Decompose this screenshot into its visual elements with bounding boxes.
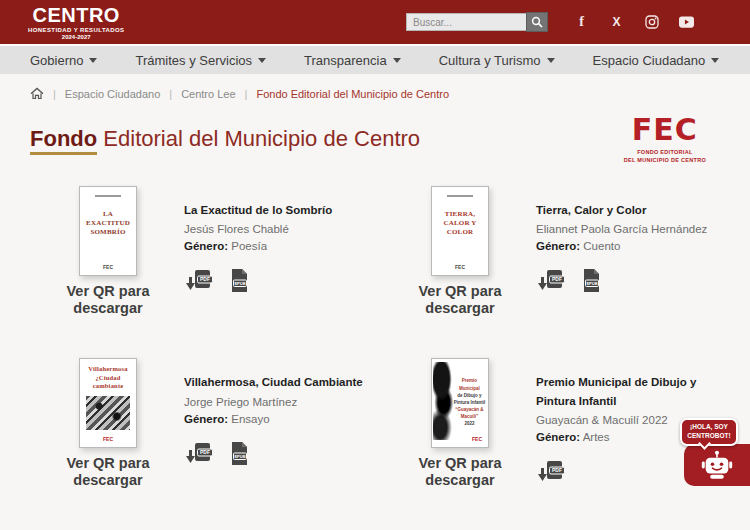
epub-download-icon[interactable]: EPUB — [228, 441, 250, 467]
nav-item-gobierno[interactable]: Gobierno — [30, 53, 97, 68]
chatbot-widget[interactable]: ¡HOLA, SOY CENTROBOT! — [678, 418, 750, 486]
book-author: Jesús Flores Chablé — [184, 223, 332, 235]
cover-fec-mark: FEC — [80, 436, 136, 442]
robot-icon — [700, 450, 734, 480]
nav-item-transparencia[interactable]: Transparencia — [304, 53, 401, 68]
fec-caption-line1: FONDO EDITORIAL — [624, 148, 706, 156]
breadcrumb-current: Fondo Editorial del Municipio de Centro — [256, 88, 449, 100]
pdf-download-icon[interactable]: PDF — [536, 268, 566, 294]
genre-value: Ensayo — [231, 413, 269, 425]
qr-download-link[interactable]: Ver QR para descargar — [414, 283, 506, 316]
page-title-rest: Editorial del Municipio de Centro — [103, 126, 420, 151]
book-author: Eliannet Paola García Hernández — [536, 223, 707, 235]
svg-text:EPUB: EPUB — [586, 281, 597, 286]
breadcrumb-centro-lee[interactable]: Centro Lee — [181, 88, 235, 100]
qr-download-link[interactable]: Ver QR para descargar — [62, 455, 154, 488]
books-grid: LA EXACTITUD SOMBRÍO FEC Ver QR para des… — [0, 186, 750, 489]
nav-item-espacio-ciudadano[interactable]: Espacio Ciudadano — [593, 53, 720, 68]
book-cover[interactable]: Premio Municipal de Dibujo y Pintura Inf… — [431, 358, 489, 448]
svg-text:PDF: PDF — [200, 277, 210, 283]
genre-value: Poesía — [231, 240, 267, 252]
search-icon — [531, 16, 543, 28]
cover-fec-mark: FEC — [80, 264, 136, 270]
genre-label: Género: — [536, 240, 580, 252]
breadcrumb: | Espacio Ciudadano | Centro Lee | Fondo… — [0, 74, 750, 100]
chevron-down-icon — [547, 58, 555, 63]
pdf-download-icon[interactable]: PDF — [184, 268, 214, 294]
book-card-tierra-calor: TIERRA, CALOR Y COLOR FEC Ver QR para de… — [414, 186, 750, 316]
book-card-la-exactitud: LA EXACTITUD SOMBRÍO FEC Ver QR para des… — [62, 186, 414, 316]
fec-caption-line2: DEL MUNICIPIO DE CENTRO — [624, 156, 706, 164]
book-title: Tierra, Calor y Color — [536, 201, 707, 219]
instagram-icon[interactable] — [644, 15, 659, 30]
page-title: Fondo Editorial del Municipio de Centro — [30, 126, 420, 152]
nav-item-cultura[interactable]: Cultura y Turismo — [439, 53, 555, 68]
genre-label: Género: — [184, 240, 228, 252]
fec-logo: FEC FONDO EDITORIAL DEL MUNICIPIO DE CEN… — [624, 116, 706, 164]
epub-download-icon[interactable]: EPUB — [228, 268, 250, 294]
facebook-icon[interactable]: f — [574, 15, 589, 30]
x-twitter-icon[interactable]: X — [609, 15, 624, 30]
search-input[interactable] — [406, 13, 526, 31]
svg-text:PDF: PDF — [552, 277, 562, 283]
epub-download-icon[interactable]: EPUB — [580, 268, 602, 294]
logo-subtitle: HONESTIDAD Y RESULTADOS — [28, 27, 124, 33]
cover-author-microtext — [447, 195, 473, 197]
main-navigation: Gobierno Trámites y Servicios Transparen… — [0, 44, 750, 74]
pdf-download-icon[interactable]: PDF — [536, 459, 566, 485]
page-title-highlight: Fondo — [30, 126, 97, 155]
cover-photo-collage — [86, 396, 130, 430]
chatbot-bubble: ¡HOLA, SOY CENTROBOT! — [680, 418, 738, 446]
chevron-down-icon — [393, 58, 401, 63]
book-cover[interactable]: TIERRA, CALOR Y COLOR FEC — [431, 186, 489, 276]
title-row: Fondo Editorial del Municipio de Centro … — [0, 100, 750, 164]
book-card-villahermosa: Villahermosa ¿Ciudad cambiante FEC Ver Q… — [62, 358, 414, 488]
genre-value: Artes — [583, 431, 610, 443]
chevron-down-icon — [711, 58, 719, 63]
search-button[interactable] — [526, 12, 548, 32]
svg-text:PDF: PDF — [200, 449, 210, 455]
qr-download-link[interactable]: Ver QR para descargar — [62, 283, 154, 316]
home-icon[interactable] — [30, 87, 44, 100]
book-title: Premio Municipal de Dibujo y Pintura Inf… — [536, 373, 728, 410]
cover-author-microtext — [95, 195, 121, 197]
book-author: Jorge Priego Martínez — [184, 396, 363, 408]
book-title: La Exactitud de lo Sombrío — [184, 201, 332, 219]
youtube-icon[interactable] — [679, 15, 694, 30]
pdf-download-icon[interactable]: PDF — [184, 441, 214, 467]
social-links: f X — [574, 15, 694, 30]
genre-value: Cuento — [583, 240, 620, 252]
chevron-down-icon — [89, 58, 97, 63]
logo-years: 2024-2027 — [28, 34, 124, 40]
nav-item-tramites[interactable]: Trámites y Servicios — [135, 53, 266, 68]
chatbot-button[interactable] — [684, 444, 750, 486]
fec-acronym: FEC — [624, 116, 706, 145]
chevron-down-icon — [258, 58, 266, 63]
book-cover[interactable]: LA EXACTITUD SOMBRÍO FEC — [79, 186, 137, 276]
cover-fec-mark: FEC — [432, 264, 488, 270]
svg-text:PDF: PDF — [552, 467, 562, 473]
svg-text:EPUB: EPUB — [234, 454, 245, 459]
svg-text:EPUB: EPUB — [234, 281, 245, 286]
book-cover[interactable]: Villahermosa ¿Ciudad cambiante FEC — [79, 358, 137, 448]
search-area — [406, 12, 548, 32]
book-title: Villahermosa, Ciudad Cambiante — [184, 373, 363, 391]
cover-fec-mark: FEC — [472, 436, 482, 442]
genre-label: Género: — [536, 431, 580, 443]
qr-download-link[interactable]: Ver QR para descargar — [414, 455, 506, 488]
top-header-bar: CENTRO HONESTIDAD Y RESULTADOS 2024-2027… — [0, 0, 750, 44]
breadcrumb-espacio-ciudadano[interactable]: Espacio Ciudadano — [65, 88, 160, 100]
logo-title: CENTRO — [28, 5, 124, 25]
centro-logo[interactable]: CENTRO HONESTIDAD Y RESULTADOS 2024-2027 — [28, 5, 124, 40]
genre-label: Género: — [184, 413, 228, 425]
